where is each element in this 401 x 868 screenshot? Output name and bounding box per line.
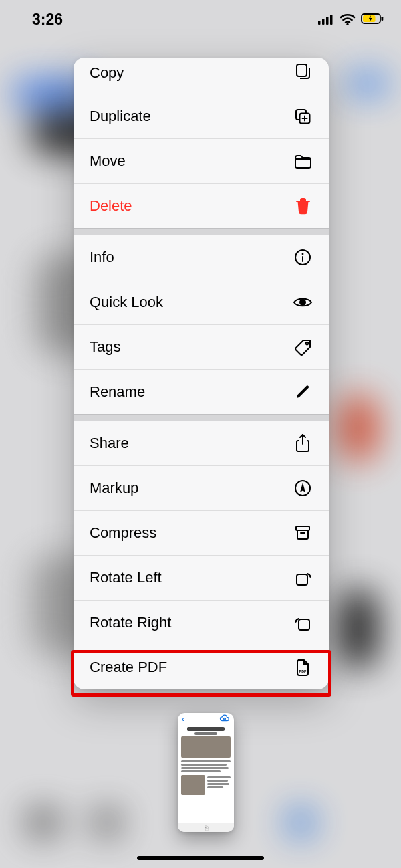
svg-rect-16: [296, 526, 309, 530]
menu-item-rotate-right[interactable]: Rotate Right: [74, 600, 329, 645]
rotate-right-icon: [293, 613, 313, 633]
svg-rect-1: [322, 19, 325, 25]
wifi-icon: [340, 13, 356, 25]
svg-point-4: [346, 23, 348, 25]
menu-item-share[interactable]: Share: [74, 421, 329, 465]
svg-rect-3: [330, 15, 333, 25]
eye-icon: [293, 292, 313, 312]
menu-item-tags[interactable]: Tags: [74, 324, 329, 369]
menu-item-label: Compress: [90, 524, 156, 542]
duplicate-icon: [293, 106, 313, 126]
menu-item-label: Copy: [90, 64, 124, 82]
menu-item-label: Delete: [90, 197, 132, 215]
menu-item-compress[interactable]: Compress: [74, 510, 329, 555]
rotate-left-icon: [293, 568, 313, 588]
menu-item-label: Rotate Right: [90, 614, 171, 631]
menu-item-delete[interactable]: Delete: [74, 183, 329, 228]
svg-rect-17: [297, 574, 307, 585]
cellular-signal-icon: [318, 14, 334, 25]
menu-item-label: Rotate Left: [90, 569, 162, 586]
share-icon: [293, 433, 313, 453]
menu-item-label: Rename: [90, 383, 145, 401]
battery-charging-icon: [361, 13, 384, 25]
file-preview-thumbnail[interactable]: ‹ ⎘: [178, 713, 234, 832]
menu-item-label: Info: [90, 249, 114, 266]
svg-rect-0: [318, 21, 321, 25]
menu-item-label: Move: [90, 152, 126, 170]
svg-point-13: [300, 300, 305, 305]
svg-rect-2: [326, 17, 329, 25]
context-menu: Copy Duplicate Move Delete Info Quick Lo…: [74, 58, 329, 689]
svg-point-14: [305, 342, 308, 344]
svg-point-12: [302, 253, 304, 255]
menu-item-rotate-left[interactable]: Rotate Left: [74, 555, 329, 600]
menu-item-label: Quick Look: [90, 294, 163, 311]
home-indicator: [137, 856, 264, 860]
menu-item-markup[interactable]: Markup: [74, 465, 329, 510]
menu-item-label: Tags: [90, 338, 120, 356]
trash-icon: [293, 196, 313, 216]
archivebox-icon: [293, 523, 313, 543]
info-icon: [293, 247, 313, 267]
thumbnail-footer: ⎘: [178, 823, 234, 832]
menu-section-break: [74, 414, 329, 421]
markup-icon: [293, 478, 313, 498]
svg-rect-6: [382, 17, 384, 21]
status-time: 3:26: [32, 11, 63, 29]
svg-rect-18: [299, 619, 309, 630]
copy-icon: [293, 62, 313, 82]
back-chevron-icon: ‹: [182, 715, 184, 723]
menu-item-move[interactable]: Move: [74, 138, 329, 183]
menu-item-label: Share: [90, 435, 129, 452]
menu-item-label: Create PDF: [90, 659, 167, 676]
menu-item-duplicate[interactable]: Duplicate: [74, 94, 329, 138]
cloud-icon: [219, 713, 230, 725]
folder-icon: [293, 151, 313, 171]
menu-item-info[interactable]: Info: [74, 235, 329, 280]
menu-item-label: Duplicate: [90, 108, 151, 125]
tag-icon: [293, 337, 313, 357]
pencil-icon: [293, 382, 313, 402]
svg-text:PDF: PDF: [299, 669, 307, 673]
menu-item-create-pdf[interactable]: Create PDF PDF: [74, 645, 329, 689]
menu-item-copy[interactable]: Copy: [74, 58, 329, 94]
menu-section-break: [74, 228, 329, 235]
status-right: [318, 13, 384, 25]
menu-item-quicklook[interactable]: Quick Look: [74, 280, 329, 324]
pdf-icon: PDF: [293, 657, 313, 677]
menu-item-label: Markup: [90, 479, 138, 497]
status-bar: 3:26: [0, 0, 401, 39]
menu-item-rename[interactable]: Rename: [74, 369, 329, 414]
svg-rect-8: [297, 64, 307, 76]
